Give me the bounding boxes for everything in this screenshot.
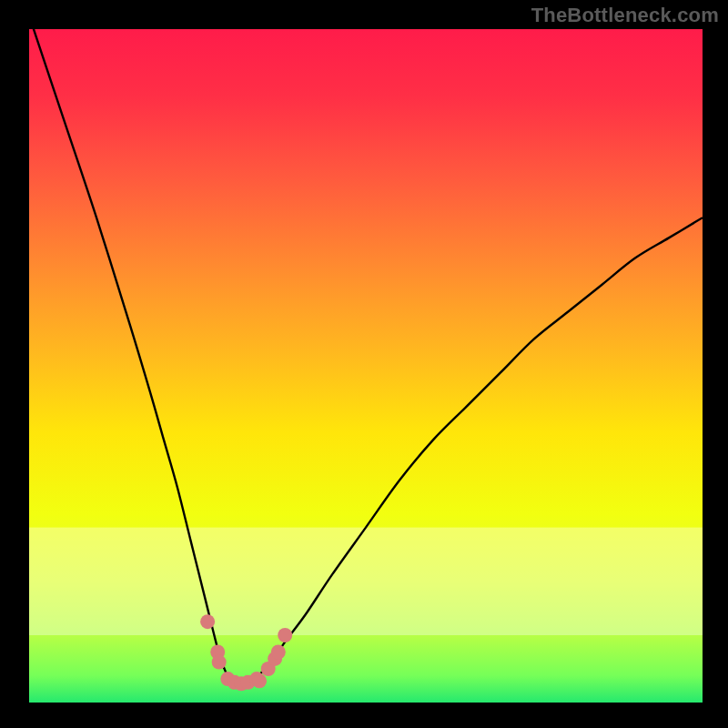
chart-root: TheBottleneck.com — [0, 0, 728, 728]
pale-band — [29, 528, 703, 635]
valley-marker — [212, 655, 227, 670]
valley-marker — [200, 614, 215, 629]
valley-marker — [252, 673, 267, 688]
valley-marker — [271, 645, 286, 660]
watermark-text: TheBottleneck.com — [531, 4, 719, 27]
plot-area — [29, 29, 703, 703]
valley-marker — [278, 628, 292, 642]
chart-svg — [29, 29, 703, 703]
